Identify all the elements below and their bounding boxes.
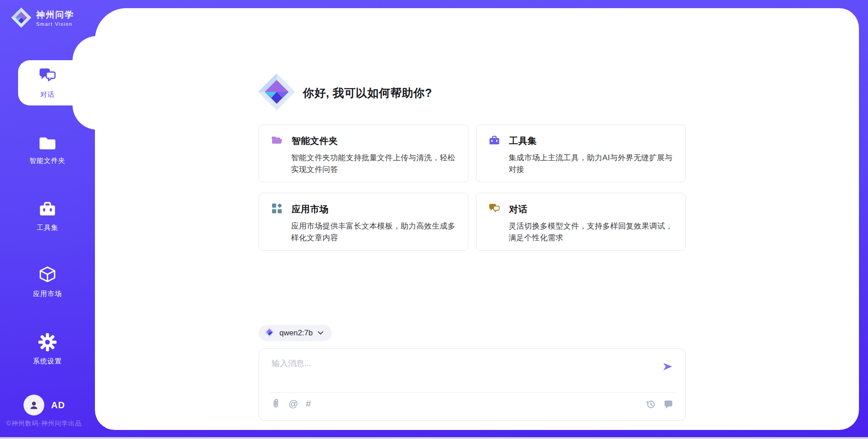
brand-logo-diamond-icon	[11, 7, 32, 30]
brand-subtitle: Smart Vision	[36, 21, 74, 27]
message-input[interactable]	[271, 357, 652, 391]
model-name: qwen2:7b	[279, 329, 313, 338]
user-profile[interactable]: AD	[24, 395, 65, 415]
folder-icon	[38, 145, 57, 153]
card-smart-folder[interactable]: 智能文件夹 智能文件夹功能支持批量文件上传与清洗，轻松实现文件问答	[259, 124, 468, 182]
sidebar-item-label: 对话	[0, 91, 95, 99]
window-bottom-edge	[0, 437, 868, 439]
tab-fillet-top	[72, 36, 97, 61]
send-button[interactable]	[662, 361, 674, 372]
sidebar-item-chat[interactable]: 对话	[0, 66, 95, 99]
card-title: 智能文件夹	[292, 135, 338, 147]
gear-icon	[38, 345, 57, 353]
sidebar-item-toolset[interactable]: 工具集	[0, 199, 95, 232]
copyright-text: ©神州数码·神州问学出品	[6, 420, 82, 428]
model-selector[interactable]: qwen2:7b	[259, 325, 332, 341]
sidebar-item-label: 工具集	[0, 224, 95, 232]
card-description: 应用市场提供丰富长文本模板，助力高效生成多样化文章内容	[291, 220, 456, 244]
card-toolset[interactable]: 工具集 集成市场上主流工具，助力AI与外界无缝扩展与对接	[476, 124, 686, 182]
card-app-market[interactable]: 应用市场 应用市场提供丰富长文本模板，助力高效生成多样化文章内容	[259, 193, 468, 251]
chevron-down-icon	[317, 329, 324, 337]
cube-icon	[38, 278, 57, 286]
card-title: 应用市场	[292, 203, 329, 215]
avatar[interactable]	[24, 395, 44, 415]
sidebar-item-settings[interactable]: 系统设置	[0, 333, 95, 366]
sidebar-item-smart-folder[interactable]: 智能文件夹	[0, 134, 95, 165]
hashtag-icon[interactable]: #	[306, 399, 311, 408]
card-description: 智能文件夹功能支持批量文件上传与清洗，轻松实现文件问答	[291, 152, 456, 176]
card-chat[interactable]: 对话 灵活切换多模型文件，支持多样回复效果调试，满足个性化需求	[476, 193, 686, 251]
greeting-title: 你好, 我可以如何帮助你?	[303, 86, 432, 100]
mention-icon[interactable]: @	[288, 399, 298, 408]
composer-divider	[270, 392, 675, 393]
greeting-row: 你好, 我可以如何帮助你?	[258, 74, 432, 112]
card-title: 工具集	[509, 135, 537, 147]
sidebar-item-label: 系统设置	[0, 357, 95, 366]
sidebar-item-app-market[interactable]: 应用市场	[0, 265, 95, 298]
attach-file-icon[interactable]	[271, 398, 281, 409]
card-title: 对话	[509, 203, 528, 215]
card-description: 集成市场上主流工具，助力AI与外界无缝扩展与对接	[509, 152, 674, 176]
greeting-logo-diamond-icon	[258, 73, 296, 113]
comment-icon[interactable]	[663, 399, 674, 410]
brand-name: 神州问学	[36, 10, 74, 20]
user-initials: AD	[51, 400, 65, 410]
chat-bubbles-icon	[38, 79, 57, 86]
sidebar-item-label: 智能文件夹	[0, 157, 95, 165]
chat-bubbles-icon	[488, 202, 500, 216]
feature-cards: 智能文件夹 智能文件夹功能支持批量文件上传与清洗，轻松实现文件问答 工具集 集成…	[259, 124, 686, 251]
message-composer: @ #	[259, 348, 686, 421]
history-icon[interactable]	[645, 399, 656, 410]
model-diamond-icon	[264, 327, 275, 339]
sidebar-item-label: 应用市场	[0, 290, 95, 298]
card-description: 灵活切换多模型文件，支持多样回复效果调试，满足个性化需求	[509, 220, 674, 244]
apps-grid-icon	[271, 202, 283, 216]
folder-open-icon	[271, 134, 283, 148]
tab-fillet-bottom	[72, 105, 97, 130]
toolbox-icon	[38, 212, 57, 220]
toolbox-icon	[488, 134, 500, 148]
brand: 神州问学 Smart Vision	[11, 7, 74, 30]
